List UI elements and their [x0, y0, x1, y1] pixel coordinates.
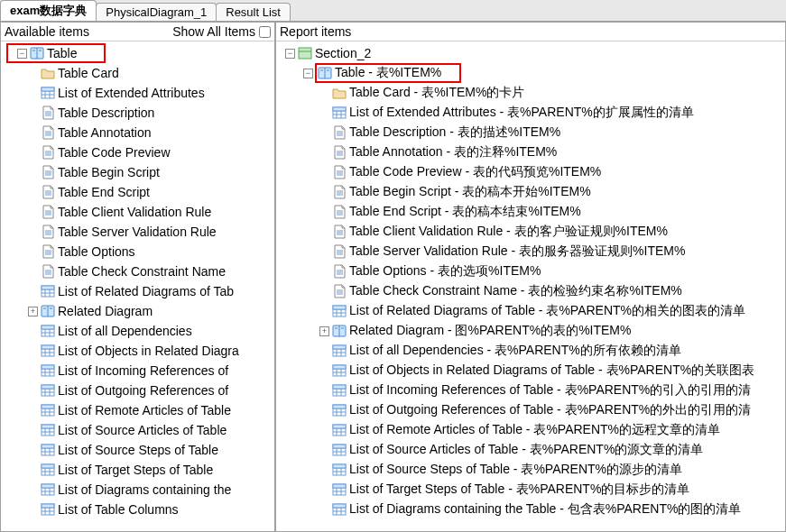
tree-node[interactable]: List of Incoming References of Table - 表… [276, 381, 785, 400]
page-icon [41, 225, 55, 239]
expand-icon[interactable]: + [319, 326, 329, 336]
tree-node[interactable]: List of Remote Articles of Table [1, 400, 274, 420]
tree-label: List of all Dependencies - 表%PARENT%的所有依… [349, 343, 681, 359]
tab-result[interactable]: Result List [216, 3, 291, 21]
tree-node[interactable]: +Related Diagram [1, 301, 274, 321]
tree-node[interactable]: +Related Diagram - 图%PARENT%的表的%ITEM% [276, 321, 785, 341]
tree-label: Table Begin Script [58, 165, 160, 179]
tree-label: Table Annotation [58, 125, 152, 140]
tree-node[interactable]: List of Extended Attributes - 表%PARENT%的… [276, 103, 785, 123]
tree-node[interactable]: Table Options - 表的选项%ITEM% [276, 261, 785, 281]
tree-node-table[interactable]: − Table - 表%ITEM% [276, 63, 785, 83]
folder-icon [41, 66, 55, 80]
tree-label: List of Outgoing References of Table - 表… [349, 402, 751, 418]
tree-node[interactable]: Table Code Preview - 表的代码预览%ITEM% [276, 162, 785, 182]
tree-node[interactable]: Table Card [1, 63, 274, 83]
grid-icon [41, 86, 55, 100]
grid-icon [332, 463, 347, 477]
tree-node[interactable]: Table Server Validation Rule [1, 222, 274, 242]
tree-node[interactable]: List of Related Diagrams of Tab [1, 281, 274, 301]
tree-label: List of Extended Attributes - 表%PARENT%的… [349, 105, 694, 121]
expand-icon[interactable]: + [28, 307, 38, 316]
tree-node[interactable]: Table Options [1, 242, 274, 261]
tree-node[interactable]: Table Annotation - 表的注释%ITEM% [276, 142, 785, 162]
page-icon [332, 185, 347, 199]
show-all-label[interactable]: Show All Items [172, 24, 271, 39]
tree-node[interactable]: List of Outgoing References of Table - 表… [276, 400, 785, 420]
page-icon [41, 185, 55, 199]
tree-node-section[interactable]: − Section_2 [276, 43, 785, 63]
tree-node[interactable]: List of Source Steps of Table [1, 440, 274, 460]
tree-label: List of Incoming References of Table - 表… [349, 382, 751, 399]
tree-node[interactable]: Table Client Validation Rule - 表的客户验证规则%… [276, 222, 785, 242]
tree-node[interactable]: List of Diagrams containing the [1, 480, 274, 500]
grid-icon [41, 423, 55, 437]
tree-node[interactable]: List of Incoming References of [1, 361, 274, 381]
tree-label: List of Source Steps of Table - 表%PARENT… [349, 462, 682, 478]
tree-node[interactable]: Table End Script [1, 182, 274, 202]
tree-node[interactable]: Table Code Preview [1, 142, 274, 162]
tree-node[interactable]: Table Card - 表%ITEM%的卡片 [276, 83, 785, 103]
tab-exam[interactable]: exam数据字典 [0, 0, 97, 21]
tree-node[interactable]: List of Source Articles of Table - 表%PAR… [276, 440, 785, 460]
page-icon [332, 284, 347, 298]
tree-node[interactable]: Table Annotation [1, 123, 274, 142]
tree-label: Table Options [58, 244, 135, 259]
tree-label: Table Card [58, 66, 119, 80]
tree-node[interactable]: List of Table Columns [1, 500, 274, 519]
tree-node[interactable]: List of Objects in Related Diagrams of T… [276, 361, 785, 381]
page-icon [41, 244, 55, 259]
tree-node[interactable]: List of Source Steps of Table - 表%PARENT… [276, 460, 785, 480]
tree-node[interactable]: Table Description - 表的描述%ITEM% [276, 123, 785, 142]
collapse-icon[interactable]: − [17, 49, 27, 59]
tree-node[interactable]: List of Diagrams containing the Table - … [276, 500, 785, 519]
tree-label: Table Check Constraint Name - 表的检验约束名称%I… [349, 283, 682, 299]
tree-node[interactable]: Table Description [1, 103, 274, 123]
tree-label: List of Related Diagrams of Tab [58, 284, 234, 298]
tree-label: Table Begin Script - 表的稿本开始%ITEM% [349, 184, 591, 200]
grid-icon [332, 383, 347, 398]
tree-node[interactable]: Table Check Constraint Name - 表的检验约束名称%I… [276, 281, 785, 301]
book-icon [30, 46, 44, 60]
available-items-panel: Available items Show All Items − Table T… [0, 22, 275, 532]
tree-label: List of Diagrams containing the [58, 482, 231, 497]
grid-icon [41, 284, 55, 298]
tree-node[interactable]: Table Begin Script [1, 162, 274, 182]
collapse-icon[interactable]: − [285, 49, 295, 59]
tree-node[interactable]: List of Target Steps of Table - 表%PARENT… [276, 480, 785, 500]
tree-node[interactable]: List of Related Diagrams of Table - 表%PA… [276, 301, 785, 321]
show-all-checkbox[interactable] [259, 26, 271, 38]
show-all-text: Show All Items [172, 24, 255, 39]
tree-node[interactable]: Table End Script - 表的稿本结束%ITEM% [276, 202, 785, 222]
panel-title: Available items [5, 24, 89, 39]
tree-node[interactable]: Table Server Validation Rule - 表的服务器验证规则… [276, 242, 785, 261]
book-icon [332, 324, 347, 338]
tree-node[interactable]: List of Objects in Related Diagra [1, 341, 274, 361]
collapse-icon[interactable]: − [303, 69, 313, 78]
tree-node[interactable]: List of Outgoing References of [1, 381, 274, 400]
tree-node[interactable]: List of Extended Attributes [1, 83, 274, 103]
tree-node[interactable]: List of all Dependencies - 表%PARENT%的所有依… [276, 341, 785, 361]
tree-node-table-root[interactable]: − Table [6, 43, 106, 63]
report-items-tree[interactable]: − Section_2 − Table - 表%ITEM% Table Card… [276, 41, 785, 531]
tree-label: Table End Script - 表的稿本结束%ITEM% [349, 204, 581, 220]
page-icon [332, 165, 347, 179]
panel-header-left: Available items Show All Items [1, 23, 274, 41]
tree-node[interactable]: List of all Dependencies [1, 321, 274, 341]
tree-node[interactable]: List of Target Steps of Table [1, 460, 274, 480]
tree-node[interactable]: List of Remote Articles of Table - 表%PAR… [276, 420, 785, 440]
tree-node[interactable]: Table Begin Script - 表的稿本开始%ITEM% [276, 182, 785, 202]
tree-label: Related Diagram [58, 304, 153, 318]
tree-node[interactable]: Table Client Validation Rule [1, 202, 274, 222]
tree-node[interactable]: List of Source Articles of Table [1, 420, 274, 440]
tree-label: List of Related Diagrams of Table - 表%PA… [349, 303, 745, 319]
available-items-tree[interactable]: − Table Table CardList of Extended Attri… [1, 41, 274, 531]
tree-label: List of Target Steps of Table [58, 463, 213, 477]
tree-label: Section_2 [315, 46, 371, 60]
grid-icon [41, 383, 55, 398]
tree-node[interactable]: Table Check Constraint Name [1, 261, 274, 281]
tree-label: Table Check Constraint Name [58, 264, 226, 279]
page-icon [41, 125, 55, 140]
tab-physical[interactable]: PhysicalDiagram_1 [96, 3, 217, 21]
section-icon [298, 46, 312, 60]
